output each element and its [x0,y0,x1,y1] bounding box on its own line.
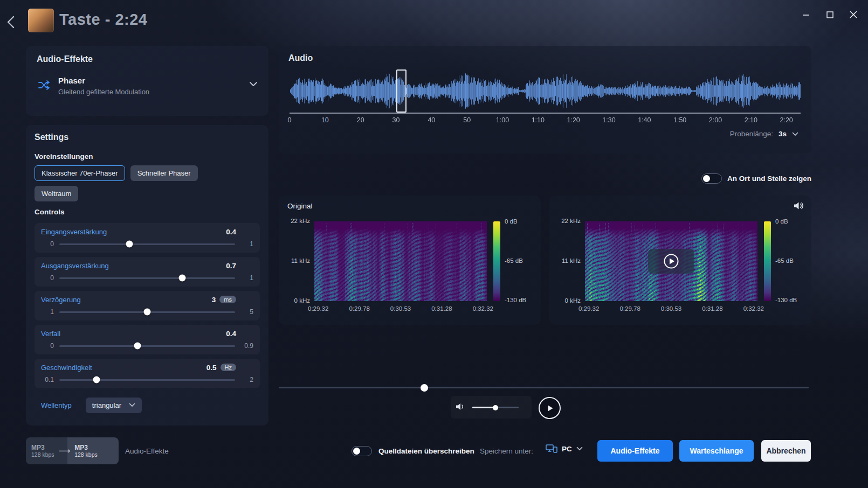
slider-thumb[interactable] [93,377,100,384]
spec-time-tick: 0:30.53 [390,305,411,312]
time-tick: 2:00 [709,116,722,124]
play-button[interactable] [539,397,561,419]
time-tick: 2:20 [780,116,793,124]
db-tick: -130 dB [775,297,797,303]
control-verzoegerung: Verzögerung 3ms 1 5 [35,291,260,320]
control-max: 0.9 [240,342,253,350]
preset-schneller-phaser[interactable]: Schneller Phaser [130,165,198,181]
volume-icon[interactable] [455,402,466,412]
effects-card-title: Audio-Effekte [37,54,93,64]
time-tick: 0 [288,116,292,124]
preset-klassischer-70er-phaser[interactable]: Klassischer 70er-Phaser [35,165,125,181]
wavetype-select[interactable]: triangular [86,398,142,413]
maximize-button[interactable] [822,6,838,23]
play-icon [546,404,554,413]
control-ausgangsverstaerkung: Ausgangsverstärkung 0.7 0 1 [35,257,260,287]
slider-thumb[interactable] [179,275,186,282]
ausgangsverstaerkung-slider[interactable] [59,277,235,279]
preview-play-button[interactable] [648,249,694,274]
time-tick: 20 [357,116,364,124]
db-tick: 0 dB [775,218,788,225]
app-window: Taste - 2:24 Audio-Effekte Phaser Gleite… [0,0,868,488]
processed-spectrogram-panel: 22 kHz 11 kHz 0 kHz 0 dB -65 dB -130 dB … [549,196,811,325]
time-tick: 10 [321,116,329,124]
verfall-slider[interactable] [59,345,235,347]
slider-thumb[interactable] [144,309,151,316]
source-format: MP3 128 kbps [31,444,54,458]
spec-time-tick: 0:29.32 [308,305,328,312]
control-unit-badge: ms [219,296,236,303]
toggle-knob [703,175,710,182]
freq-tick: 22 kHz [549,218,581,224]
geschwindigkeit-slider[interactable] [59,379,235,381]
slider-thumb[interactable] [126,241,133,248]
db-tick: 0 dB [505,218,518,225]
control-value: 0.4 [226,330,236,338]
control-label: Verfall [41,330,60,338]
sample-length-chevron-icon[interactable] [792,132,798,136]
wavetype-label: Wellentyp [41,401,72,409]
page-title: Taste - 2:24 [59,11,147,29]
arrow-right-icon: ⟶ [59,446,71,456]
freq-tick: 0 kHz [549,297,581,304]
db-tick: -65 dB [505,257,523,264]
play-circle-icon [663,253,679,269]
spec-time-tick: 0:29.78 [349,305,369,312]
pc-devices-icon [546,444,557,454]
save-under-label: Speichern unter: [480,447,533,455]
phaser-shuffle-icon [38,79,51,91]
overwrite-source-toggle[interactable] [352,446,372,456]
target-format: MP3 128 kbps [74,444,98,458]
control-max: 5 [240,308,253,316]
control-max: 2 [240,376,253,384]
freq-tick: 22 kHz [279,218,310,224]
control-min: 1 [41,308,54,316]
spectrogram-time-ticks: 0:29.320:29.780:30.530:31.280:32.32 [578,305,764,312]
time-tick: 40 [428,116,435,124]
spec-time-tick: 0:29.32 [578,305,599,312]
close-button[interactable] [845,6,862,23]
track-thumbnail [28,9,54,32]
applied-effect-text: Audio-Effekte [125,447,169,455]
verzoegerung-slider[interactable] [59,311,235,313]
chevron-down-icon [129,403,135,407]
back-button[interactable] [5,13,22,31]
save-target-select[interactable]: PC [546,444,583,454]
spec-time-tick: 0:31.28 [702,305,722,312]
time-tick: 1:10 [532,116,545,124]
waveform-canvas[interactable] [290,72,801,110]
waveform[interactable] [290,72,801,110]
audio-panel-title: Audio [288,53,313,63]
playback-progress-slider[interactable] [279,387,809,388]
volume-thumb[interactable] [493,405,498,410]
settings-card: Settings Voreinstellungen Klassischer 70… [26,125,268,426]
control-min: 0.1 [41,376,54,384]
control-label: Geschwindigkeit [41,364,92,372]
queue-button[interactable]: Warteschlange [679,440,754,462]
control-min: 0 [41,240,54,248]
preview-speaker-icon[interactable] [793,201,804,211]
cancel-button[interactable]: Abbrechen [761,440,811,462]
time-tick: 50 [463,116,471,124]
control-max: 1 [240,240,253,248]
effect-description: Gleitend gefilterte Modulation [58,88,149,96]
volume-slider[interactable] [472,407,519,408]
eingangsverstaerkung-slider[interactable] [59,243,235,245]
time-tick: 1:40 [638,116,651,124]
slider-thumb[interactable] [134,343,141,350]
db-tick: -130 dB [505,297,526,303]
control-value: 0.5 [206,364,217,372]
control-geschwindigkeit: Geschwindigkeit 0.5Hz 0.1 2 [35,359,260,388]
spec-time-tick: 0:31.28 [431,305,452,312]
waveform-selection[interactable] [396,69,407,113]
audio-effects-button[interactable]: Audio-Effekte [597,440,673,462]
spec-time-tick: 0:32.32 [743,305,764,312]
spec-time-tick: 0:29.78 [619,305,640,312]
effects-chevron-down-icon[interactable] [249,81,258,87]
show-inplace-toggle[interactable] [701,173,722,184]
preset-weltraum[interactable]: Weltraum [35,186,78,201]
time-tick: 1:00 [496,116,509,124]
progress-thumb[interactable] [421,384,428,392]
minimize-button[interactable] [798,6,814,23]
control-value: 0.4 [226,228,236,236]
